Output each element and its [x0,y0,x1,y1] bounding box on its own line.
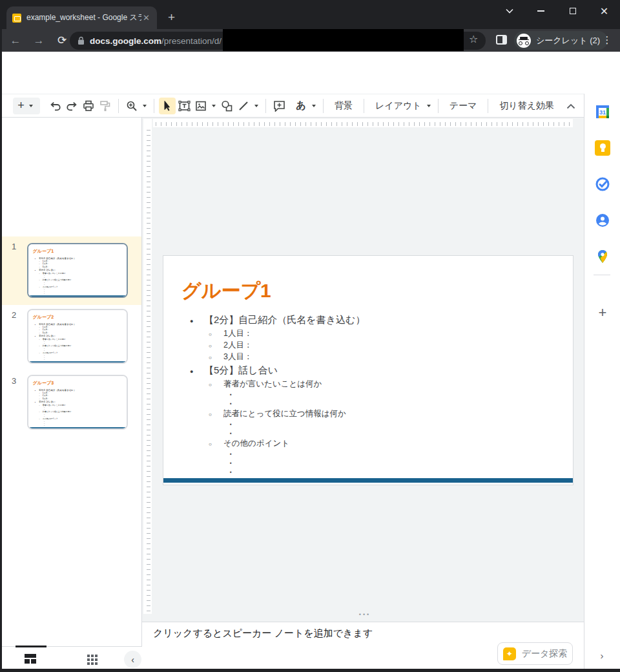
notes-resize-handle[interactable]: ••• [352,611,378,618]
line-dropdown-caret[interactable] [252,105,261,107]
bullet-line: ○読者にとって役に立つ情報は何か [163,408,560,420]
maps-icon[interactable] [595,249,610,264]
image-dropdown-caret[interactable] [209,105,218,107]
select-tool-icon[interactable] [159,98,176,114]
thumbnail-preview: グループ3●【2分】自己紹介（氏名を書き込む）○1人目：○2人目：○3人目：●【… [28,376,127,430]
vertical-ruler [143,119,152,614]
bullet-line: ▪ [28,359,125,361]
expand-side-panel-icon[interactable]: › [594,647,610,664]
close-button[interactable]: ✕ [588,0,620,22]
url-domain: docs.google.com [90,36,161,46]
slide-number: 1 [12,242,16,251]
bullet-line: ○著者が言いたいことは何か [163,379,560,390]
tab-title: example_worksheet - Google スラ [26,12,141,23]
explore-label: データ探索 [522,648,568,660]
window-frame-left [0,0,2,672]
print-icon[interactable] [80,98,97,114]
side-panel-icon[interactable] [496,35,507,45]
slide-thumbnail-2[interactable]: グループ2●【2分】自己紹介（氏名を書き込む）○1人目：○2人目：○3人目：●【… [27,309,128,364]
explore-button[interactable]: ✦ データ探索 [497,642,573,665]
zoom-icon[interactable] [123,98,140,114]
contacts-icon[interactable] [595,213,610,228]
incognito-icon [517,34,531,48]
insert-comment-icon[interactable] [271,98,287,114]
svg-text:31: 31 [599,109,606,116]
collapse-toolbar-icon[interactable] [563,98,579,114]
url-redaction [223,29,464,51]
get-addons-icon[interactable]: + [595,304,610,321]
paint-format-icon[interactable] [97,98,114,114]
explore-star-icon: ✦ [503,647,516,660]
collapse-filmstrip-icon[interactable]: ‹ [124,651,141,668]
slide-accent-bar [163,478,573,483]
bullet-line: ○3人目： [163,352,560,363]
filmstrip-row-3[interactable]: 3グループ3●【2分】自己紹介（氏名を書き込む）○1人目：○2人目：○3人目：●… [0,371,141,437]
browser-window: example_worksheet - Google スラ ✕ + ✕ ← → … [0,0,620,672]
layout-button[interactable]: レイアウト [369,98,433,114]
filmstrip-view-icon[interactable] [25,654,36,664]
background-button[interactable]: 背景 [328,98,359,114]
insert-image-icon[interactable] [192,98,209,114]
slide-thumbnail-3[interactable]: グループ3●【2分】自己紹介（氏名を書き込む）○1人目：○2人目：○3人目：●【… [27,375,128,430]
bookmark-star-icon[interactable]: ☆ [469,33,478,45]
tab-search-chevron-icon[interactable] [493,0,525,22]
redo-icon[interactable] [63,98,80,114]
slides-header: example_worksheet ☆ ファイル編集表示挿入表示形式スライド配置 [0,52,620,94]
slide-title[interactable]: グループ1 [181,278,271,304]
tasks-icon[interactable] [595,176,610,192]
minimize-button[interactable] [525,0,557,22]
forward-icon[interactable]: → [31,29,46,52]
keep-icon[interactable] [595,140,610,156]
lock-icon [78,36,85,45]
text-format-button[interactable]: あ [293,98,309,114]
incognito-label: シークレット (2) [536,35,600,47]
grid-view-icon[interactable] [87,655,98,665]
insert-line-icon[interactable] [235,98,252,114]
new-tab-button[interactable]: + [168,11,175,24]
speaker-notes-placeholder[interactable]: クリックするとスピーカー ノートを追加できます [153,627,373,640]
text-box-icon[interactable] [176,98,192,114]
back-icon[interactable]: ← [8,29,23,52]
new-slide-button[interactable]: + [13,98,40,114]
undo-icon[interactable] [46,98,63,114]
window-controls: ✕ [493,0,620,22]
slides-favicon [12,14,21,23]
maximize-button[interactable] [557,0,588,22]
slide-canvas[interactable]: グループ1 ●【2分】自己紹介（氏名を書き込む）○1人目：○2人目：○3人目：●… [142,118,584,622]
browser-menu-icon[interactable]: ⋮ [599,32,615,48]
url-path: /presentation/d/ [161,36,222,46]
thumbnail-preview: グループ1●【2分】自己紹介（氏名を書き込む）○1人目：○2人目：○3人目：●【… [28,244,127,298]
active-view-indicator [16,646,46,647]
current-slide[interactable]: グループ1 ●【2分】自己紹介（氏名を書き込む）○1人目：○2人目：○3人目：●… [163,255,574,485]
bullet-line: ▪ [163,399,560,408]
filmstrip-row-2[interactable]: 2グループ2●【2分】自己紹介（氏名を書き込む）○1人目：○2人目：○3人目：●… [0,305,141,371]
slide-body[interactable]: ●【2分】自己紹介（氏名を書き込む）○1人目：○2人目：○3人目：●【5分】話し… [163,313,560,477]
filmstrip-panel: 1グループ1●【2分】自己紹介（氏名を書き込む）○1人目：○2人目：○3人目：●… [0,118,142,646]
google-side-panel: 31 + › [584,94,620,672]
window-frame-bottom [0,669,620,672]
calendar-icon[interactable]: 31 [595,104,610,120]
speaker-notes-panel: クリックするとスピーカー ノートを追加できます ✦ データ探索 [142,622,584,672]
browser-tab[interactable]: example_worksheet - Google スラ ✕ [6,6,157,29]
filmstrip-row-1[interactable]: 1グループ1●【2分】自己紹介（氏名を書き込む）○1人目：○2人目：○3人目：●… [0,236,141,305]
bullet-line: ▪ [163,420,560,429]
browser-navbar: ← → ⟳ docs.google.com/presentation/d/ ☆ … [0,29,620,52]
text-format-caret[interactable] [309,105,318,107]
bullet-line: ▪ [163,468,560,477]
tab-close-icon[interactable]: ✕ [141,13,151,23]
reload-icon[interactable]: ⟳ [54,29,70,52]
insert-shape-icon[interactable] [218,98,235,114]
theme-button[interactable]: テーマ [443,98,484,114]
sidebar-divider [594,275,610,275]
zoom-dropdown-caret[interactable] [140,105,149,107]
filmstrip-bottom-bar: ‹ [0,646,142,672]
browser-titlebar: example_worksheet - Google スラ ✕ + ✕ [0,0,620,29]
thumbnail-title: グループ2 [33,314,54,320]
incognito-badge[interactable]: シークレット (2) [514,31,608,50]
transition-button[interactable]: 切り替え効果 [493,98,561,114]
bullet-line: ○2人目： [163,340,560,352]
slide-number: 2 [12,310,16,320]
bullet-line: ○1人目： [163,328,560,340]
slide-thumbnail-1[interactable]: グループ1●【2分】自己紹介（氏名を書き込む）○1人目：○2人目：○3人目：●【… [27,243,128,298]
bullet-line: ▪ [163,459,560,468]
